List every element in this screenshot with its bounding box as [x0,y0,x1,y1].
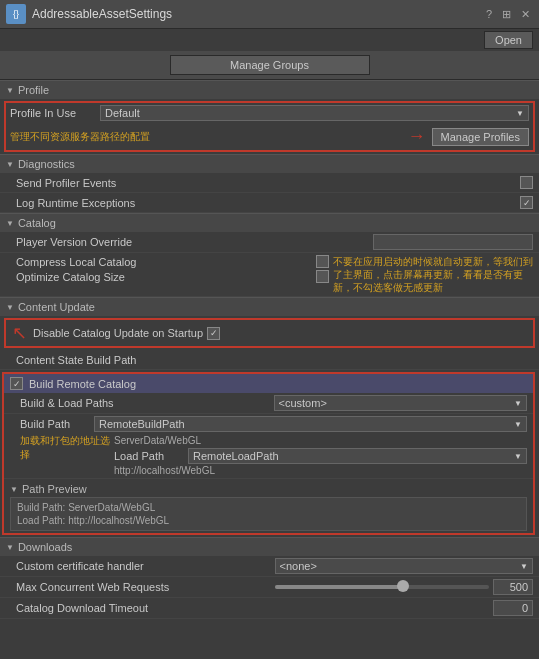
build-remote-catalog-section: ✓ Build Remote Catalog Build & Load Path… [2,372,535,535]
profile-value: Default [105,107,140,119]
triangle-icon: ▼ [6,86,14,95]
load-path-preview: Load Path: http://localhost/WebGL [17,514,520,527]
load-path-dropdown[interactable]: RemoteLoadPath ▼ [188,448,527,464]
load-path-note: http://localhost/WebGL [114,465,215,476]
content-state-label: Content State Build Path [16,354,533,366]
custom-cert-row: Custom certificate handler <none> ▼ [0,556,539,577]
content-update-header[interactable]: ▼ Content Update [0,297,539,316]
title-bar: {} AddressableAssetSettings ? ⊞ ✕ [0,0,539,29]
dropdown-arrow-cc: ▼ [520,562,528,571]
send-profiler-row: Send Profiler Events [0,173,539,193]
build-load-value: <custom> [279,397,327,409]
log-runtime-label: Log Runtime Exceptions [16,197,520,209]
optimize-catalog-checkbox[interactable] [316,270,329,283]
right-arrow-icon: → [408,126,426,147]
catalog-timeout-label: Catalog Download Timeout [16,602,493,614]
log-runtime-checkbox[interactable]: ✓ [520,196,533,209]
slider-track[interactable] [275,585,490,589]
build-path-dropdown[interactable]: RemoteBuildPath ▼ [94,416,527,432]
manage-profiles-button[interactable]: Manage Profiles [432,128,530,146]
custom-cert-dropdown[interactable]: <none> ▼ [275,558,534,574]
build-path-row: Build Path RemoteBuildPath ▼ [20,416,527,432]
compress-catalog-checkbox[interactable] [316,255,329,268]
catalog-label: Catalog [18,217,56,229]
close-button[interactable]: ✕ [518,7,533,22]
layout-button[interactable]: ⊞ [499,7,514,22]
send-profiler-checkbox[interactable] [520,176,533,189]
build-path-preview: Build Path: ServerData/WebGL [17,501,520,514]
chinese-note-col: 加载和打包的地址选择 [20,434,110,462]
triangle-icon-cu: ▼ [6,303,14,312]
player-version-label: Player Version Override [16,236,373,248]
triangle-icon-pp: ▼ [10,485,18,494]
build-path-label: Build Path [20,418,90,430]
window-icon: {} [6,4,26,24]
profile-dropdown-wrap: Default ▼ [100,105,529,121]
triangle-icon-cat: ▼ [6,219,14,228]
build-remote-label: Build Remote Catalog [29,378,136,390]
load-path-area: 加载和打包的地址选择 ServerData/WebGL Load Path Re… [20,434,527,476]
disable-catalog-label: Disable Catalog Update on Startup [33,327,203,339]
disable-catalog-row: ↖ Disable Catalog Update on Startup ✓ [4,318,535,348]
load-path-label: Load Path [114,450,184,462]
help-button[interactable]: ? [483,7,495,21]
path-preview-values: Build Path: ServerData/WebGL Load Path: … [10,497,527,531]
downloads-section-header[interactable]: ▼ Downloads [0,537,539,556]
build-load-paths-row: Build & Load Paths <custom> ▼ [4,393,533,414]
slider-container: 500 [275,579,534,595]
diagnostics-label: Diagnostics [18,158,75,170]
build-load-paths-label: Build & Load Paths [20,397,274,409]
load-path-col: ServerData/WebGL Load Path RemoteLoadPat… [114,434,527,476]
player-version-row: Player Version Override [0,232,539,253]
optimize-catalog-label: Optimize Catalog Size [16,271,125,283]
send-profiler-label: Send Profiler Events [16,177,520,189]
max-concurrent-value[interactable]: 500 [493,579,533,595]
left-arrow-icon: ↖ [12,322,27,344]
profile-in-use-dropdown[interactable]: Default ▼ [100,105,529,121]
manage-groups-button[interactable]: Manage Groups [170,55,370,75]
log-runtime-row: Log Runtime Exceptions ✓ [0,193,539,213]
build-path-dropdown-wrap: RemoteBuildPath ▼ [94,416,527,432]
profile-in-use-label: Profile In Use [10,107,100,119]
build-path-section: Build Path RemoteBuildPath ▼ 加载和打包的地址选择 [4,414,533,479]
dropdown-arrow-bl: ▼ [514,399,522,408]
dropdown-arrow-icon: ▼ [516,109,524,118]
catalog-timeout-row: Catalog Download Timeout 0 [0,598,539,619]
dropdown-arrow-bp: ▼ [514,420,522,429]
profile-section-header[interactable]: ▼ Profile [0,80,539,99]
build-remote-chinese-note: 加载和打包的地址选择 [20,434,110,462]
slider-thumb[interactable] [397,580,409,592]
catalog-chinese-note-wrap: 不要在应用启动的时候就自动更新，等我们到了主界面，点击屏幕再更新，看看是否有更新… [333,255,533,294]
load-path-dropdown-wrap: RemoteLoadPath ▼ [188,448,527,464]
catalog-chinese-note: 不要在应用启动的时候就自动更新，等我们到了主界面，点击屏幕再更新，看看是否有更新… [333,256,533,293]
disable-catalog-checkbox[interactable]: ✓ [207,327,220,340]
custom-cert-label: Custom certificate handler [16,560,275,572]
build-path-value: RemoteBuildPath [99,418,185,430]
build-remote-checkbox[interactable]: ✓ [10,377,23,390]
build-load-dropdown[interactable]: <custom> ▼ [274,395,528,411]
manage-profiles-row: 管理不同资源服务器路径的配置 → Manage Profiles [6,123,533,150]
content-state-row: Content State Build Path [0,350,539,370]
profile-section-label: Profile [18,84,49,96]
compress-catalog-col: Compress Local Catalog Optimize Catalog … [16,255,329,283]
profile-in-use-row: Profile In Use Default ▼ [6,103,533,123]
catalog-section-header[interactable]: ▼ Catalog [0,213,539,232]
custom-cert-value: <none> [280,560,317,572]
settings-content: ▼ Profile Profile In Use Default ▼ 管理不同资… [0,80,539,659]
build-load-dropdown-wrap: <custom> ▼ [274,395,528,411]
toolbar: Manage Groups [0,51,539,80]
diagnostics-section-header[interactable]: ▼ Diagnostics [0,154,539,173]
title-actions: ? ⊞ ✕ [483,7,533,22]
load-path-row: Load Path RemoteLoadPath ▼ [114,448,527,464]
open-button[interactable]: Open [484,31,533,49]
dropdown-arrow-lp: ▼ [514,452,522,461]
custom-cert-dropdown-wrap: <none> ▼ [275,558,534,574]
catalog-timeout-value[interactable]: 0 [493,600,533,616]
build-path-note: ServerData/WebGL [114,435,201,446]
slider-fill [275,585,404,589]
player-version-input[interactable] [373,234,533,250]
path-preview-header: ▼ Path Preview [10,481,527,497]
triangle-icon-diag: ▼ [6,160,14,169]
downloads-label: Downloads [18,541,72,553]
profile-chinese-note: 管理不同资源服务器路径的配置 [10,130,402,144]
